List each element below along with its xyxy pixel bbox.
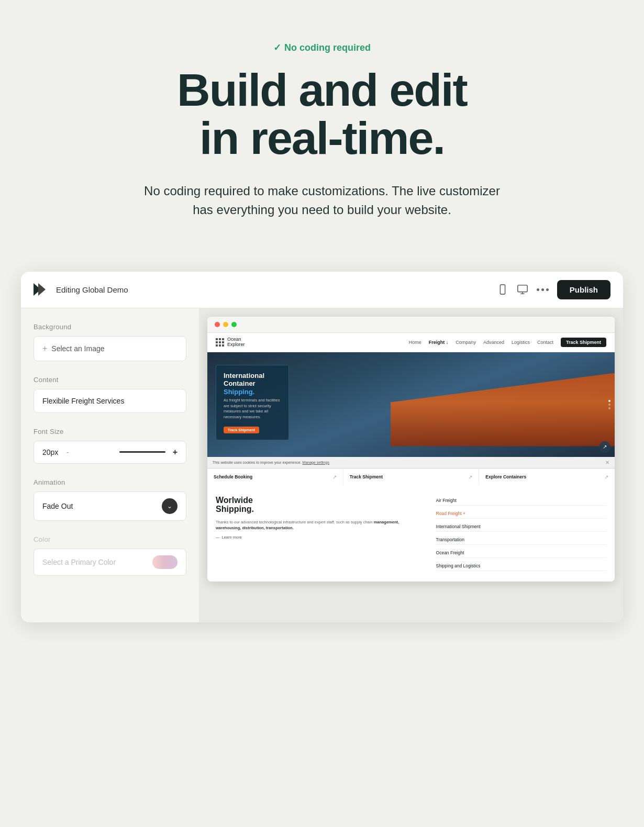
color-section: Color Select a Primary Color [34,535,186,576]
learn-more-link[interactable]: — Learn more [216,535,420,540]
scroll-dot [608,407,610,409]
freight-ocean[interactable]: Ocean Freight [436,548,606,558]
animation-field[interactable]: Fade Out ⌄ [34,491,186,521]
nav-cta-button[interactable]: Track Shipment [561,338,606,347]
content-left: Worlwide Shipping. Thanks to our advance… [216,496,431,571]
color-placeholder: Select a Primary Color [42,558,116,566]
content-description: Thanks to our advanced technological inf… [216,519,420,531]
website-hero-subtext: As freight terminals and facilities are … [224,398,281,420]
service-arrow-icon: ↗ [332,474,337,480]
content-section: Content Flexibile Freight Services [34,376,186,413]
toolbar-right: Publish [497,280,610,299]
svg-rect-2 [518,285,527,292]
animation-section: Animation Fade Out ⌄ [34,478,186,521]
toolbar-left: Editing Global Demo [34,283,128,296]
website-hero-title: International Container Shipping. [224,372,281,396]
animation-value: Fade Out [42,502,73,510]
nav-freight[interactable]: Freight ↓ [429,340,449,345]
background-label: Background [34,323,186,331]
manage-settings-link[interactable]: Manage settings [303,461,329,464]
mobile-icon[interactable] [497,284,508,295]
font-size-section: Font Size 20px - + [34,428,186,464]
grid-dot [216,338,218,340]
freight-air[interactable]: Air Freight [436,496,606,506]
service-name: Schedule Booking [214,474,252,479]
color-label: Color [34,535,186,543]
select-image-field[interactable]: + Select an Image [34,336,186,361]
content-right: Air Freight Road Freight International S… [431,496,606,571]
content-heading: Worlwide Shipping. [216,496,420,514]
grid-dot [219,344,221,347]
content-field[interactable]: Flexibile Freight Services [34,389,186,413]
cookie-text: This website uses cookies to improve you… [213,461,329,464]
grid-dot [219,341,221,343]
freight-road[interactable]: Road Freight [436,509,606,519]
chevron-icon-2 [38,283,46,296]
nav-contact[interactable]: Contact [537,340,553,345]
service-track-shipment[interactable]: Track Shipment ↗ [343,469,480,485]
website-content: Worlwide Shipping. Thanks to our advance… [207,485,615,582]
dot-2 [541,288,544,291]
color-field[interactable]: Select a Primary Color [34,549,186,576]
animation-dropdown-button[interactable]: ⌄ [162,498,177,514]
editor-logo [34,283,46,296]
scroll-dot [608,400,610,402]
website-hero: International Container Shipping. As fre… [207,352,615,457]
nav-links: Home Freight ↓ Company Advanced Logistic… [409,338,606,347]
more-options-menu[interactable] [537,288,549,291]
font-size-control[interactable]: 20px - + [34,441,186,464]
cookie-close-button[interactable]: ✕ [605,460,609,465]
service-schedule-booking[interactable]: Schedule Booking ↗ [207,469,343,485]
browser-close-dot [215,322,220,327]
desktop-icon[interactable] [517,284,528,295]
font-size-value: 20px [42,448,61,456]
nav-brand: Ocean Explorer [227,337,245,348]
scroll-dot [608,404,610,406]
animation-label: Animation [34,478,186,486]
editor-body: Background + Select an Image Content Fle… [21,308,623,622]
dot-1 [537,288,539,291]
editor-toolbar: Editing Global Demo Publish [21,272,623,308]
badge: ✓ No coding required [273,42,371,53]
freight-list: Air Freight Road Freight International S… [436,496,606,571]
grid-dot [222,344,224,347]
select-image-text: Select an Image [51,344,104,353]
ship-visual [391,373,615,446]
services-bar: Schedule Booking ↗ Track Shipment ↗ Expl… [207,468,615,485]
publish-button[interactable]: Publish [557,280,610,299]
freight-international[interactable]: International Shipment [436,522,606,532]
editor-title: Editing Global Demo [56,285,128,294]
website-logo: Ocean Explorer [216,337,245,348]
freight-shipping-logistics[interactable]: Shipping and Logistics [436,561,606,571]
hero-title: Build and edit in real-time. [21,66,623,163]
freight-transportation[interactable]: Transportation [436,535,606,545]
service-name: Explore Containers [485,474,526,479]
nav-grid-icon [216,338,224,347]
nav-advanced[interactable]: Advanced [483,340,504,345]
font-size-slider[interactable] [119,451,165,453]
website-hero-cta[interactable]: Track Shipment [224,427,259,433]
nav-logistics[interactable]: Logistics [512,340,530,345]
chat-bubble[interactable]: ↗ [599,441,610,453]
grid-dot [216,341,218,343]
browser-minimize-dot [223,322,228,327]
grid-dot [222,338,224,340]
service-explore-containers[interactable]: Explore Containers ↗ [479,469,615,485]
nav-home[interactable]: Home [409,340,421,345]
browser-bar [207,317,615,333]
scroll-indicator [608,400,610,409]
svg-rect-0 [500,285,505,294]
background-section: Background + Select an Image [34,323,186,361]
grid-dot [219,338,221,340]
service-arrow-icon: ↗ [468,474,472,480]
nav-company[interactable]: Company [456,340,476,345]
editor-panel: Background + Select an Image Content Fle… [21,308,199,622]
service-name: Track Shipment [350,474,383,479]
website-nav: Ocean Explorer Home Freight ↓ Company Ad… [207,333,615,352]
grid-dot [222,341,224,343]
editor-preview: Ocean Explorer Home Freight ↓ Company Ad… [199,308,623,622]
color-swatch[interactable] [152,555,177,569]
editor-mockup: Editing Global Demo Publish [21,272,623,622]
font-size-increase[interactable]: + [173,448,177,457]
dot-3 [546,288,549,291]
